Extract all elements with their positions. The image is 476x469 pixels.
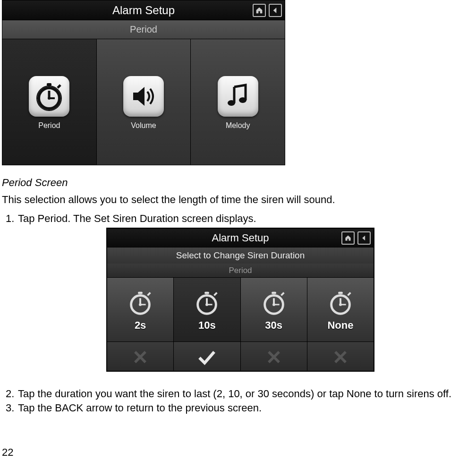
svg-line-20 — [214, 292, 217, 295]
svg-rect-31 — [338, 291, 343, 294]
back-icon[interactable] — [269, 4, 282, 17]
option-value: 2s — [135, 319, 146, 332]
svg-point-18 — [205, 303, 208, 306]
svg-rect-25 — [272, 291, 276, 294]
tile-melody[interactable]: Melody — [191, 39, 285, 165]
back-icon[interactable] — [357, 231, 371, 245]
option-30s[interactable]: 30s — [241, 278, 307, 372]
siren-duration-screenshot: Alarm Setup Select to Change Siren Durat… — [106, 228, 374, 372]
step-1: 1.Tap Period. The Set Siren Duration scr… — [6, 213, 476, 225]
option-value: 10s — [198, 319, 216, 332]
svg-point-8 — [239, 97, 246, 103]
unselected-mark — [107, 341, 173, 372]
tile-row: Period Volume Mel — [2, 39, 285, 165]
tile-period[interactable]: Period — [2, 39, 97, 165]
page-number: 22 — [2, 446, 13, 459]
title-bar-text: Alarm Setup — [212, 232, 269, 244]
section-heading: Period Screen — [2, 177, 476, 189]
home-icon[interactable] — [341, 231, 355, 245]
svg-rect-5 — [47, 83, 51, 86]
svg-rect-19 — [205, 291, 210, 294]
clock-icon — [126, 288, 155, 317]
svg-line-32 — [348, 292, 350, 295]
home-icon[interactable] — [253, 4, 266, 17]
tile-label: Melody — [226, 121, 250, 130]
svg-line-26 — [281, 292, 284, 295]
step-3: 3.Tap the BACK arrow to return to the pr… — [6, 402, 476, 414]
unselected-mark — [307, 341, 374, 372]
step-2: 2.Tap the duration you want the siren to… — [6, 388, 476, 400]
svg-point-24 — [272, 303, 275, 306]
title-bar: Alarm Setup — [107, 229, 374, 247]
clock-icon — [29, 76, 69, 117]
svg-rect-13 — [138, 291, 143, 294]
clock-icon — [192, 288, 221, 317]
speaker-icon — [123, 76, 164, 117]
tile-label: Period — [38, 121, 60, 130]
option-value: 30s — [265, 319, 282, 332]
svg-point-12 — [139, 303, 142, 306]
svg-point-4 — [48, 97, 51, 100]
selected-mark — [174, 341, 240, 372]
option-2s[interactable]: 2s — [107, 278, 174, 372]
title-bar-icons — [253, 4, 282, 17]
unselected-mark — [241, 341, 307, 372]
option-10s[interactable]: 10s — [174, 278, 240, 372]
alarm-setup-screenshot: Alarm Setup Period — [2, 0, 285, 165]
option-value: None — [327, 319, 353, 332]
duration-options: 2s 10s — [107, 278, 374, 372]
svg-line-14 — [148, 292, 151, 295]
music-icon — [218, 76, 258, 117]
tile-label: Volume — [131, 121, 156, 130]
title-bar-icons — [341, 231, 371, 245]
clock-icon — [326, 288, 355, 317]
title-bar-text: Alarm Setup — [112, 4, 175, 17]
option-none[interactable]: None — [307, 278, 374, 372]
subtitle-line-b: Period — [107, 264, 374, 278]
subtitle-line-a: Select to Change Siren Duration — [107, 247, 374, 264]
svg-point-7 — [228, 100, 235, 106]
subtitle-bar: Period — [2, 20, 285, 39]
intro-text: This selection allows you to select the … — [2, 194, 476, 206]
clock-icon — [259, 288, 289, 317]
svg-line-6 — [58, 85, 60, 88]
title-bar: Alarm Setup — [2, 0, 285, 20]
svg-point-30 — [339, 303, 342, 306]
tile-volume[interactable]: Volume — [97, 39, 191, 165]
